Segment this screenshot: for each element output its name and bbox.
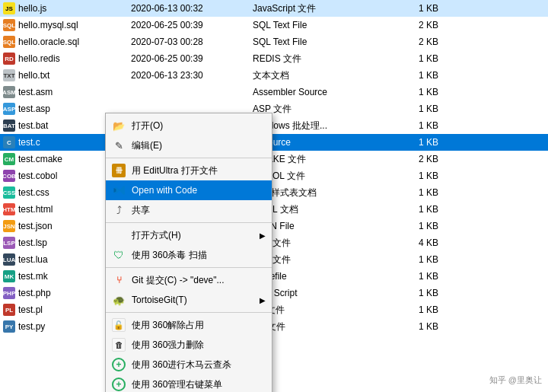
file-icon: HTM	[3, 203, 15, 215]
menu-separator	[106, 222, 272, 223]
watermark: 知乎 @里奥让	[489, 374, 542, 386]
file-row[interactable]: ASP test.asp ASP 文件 1 KB	[0, 100, 548, 117]
file-icon: SQL	[3, 19, 15, 31]
file-size: 1 KB	[399, 221, 444, 231]
file-size: 2 KB	[399, 20, 444, 30]
file-size: 1 KB	[399, 271, 444, 282]
menu-item-360delete[interactable]: 🗑 使用 360强力删除	[106, 335, 272, 355]
file-row[interactable]: SQL hello.mysql.sql 2020-06-25 00:39 SQL…	[0, 17, 548, 33]
file-size: 2 KB	[399, 154, 444, 164]
file-icon: COB	[3, 170, 15, 182]
file-name: test.py	[18, 321, 45, 332]
file-size: 1 KB	[399, 187, 444, 198]
file-icon: C	[3, 136, 15, 148]
menu-item-360manage[interactable]: + 使用 360管理右键菜单	[106, 374, 272, 392]
file-date: 2020-07-03 00:28	[125, 37, 247, 47]
menu-separator	[106, 267, 272, 268]
file-row[interactable]: MK test.mk Makefile 1 KB	[0, 268, 548, 285]
file-row[interactable]: JS hello.js 2020-06-13 00:32 JavaScript …	[0, 0, 548, 17]
edit-icon: ✎	[112, 139, 126, 152]
file-size: 1 KB	[399, 3, 444, 14]
file-row[interactable]: SQL hello.oracle.sql 2020-07-03 00:28 SQ…	[0, 33, 548, 50]
file-name: test.json	[18, 221, 53, 231]
menu-item-tortoisegit[interactable]: 🐢 TortoiseGit(T) ▶	[106, 290, 272, 310]
file-row[interactable]: LUA test.lua LUA 文件 1 KB	[0, 251, 548, 268]
file-row[interactable]: PHP test.php PHP Script 1 KB	[0, 285, 548, 301]
file-row[interactable]: ASM test.asm Assembler Source 1 KB	[0, 84, 548, 100]
file-size: 1 KB	[399, 70, 444, 81]
menu-item-open[interactable]: 📂 打开(O)	[106, 116, 272, 135]
file-icon: ASM	[3, 86, 15, 98]
tortoisegit-icon: 🐢	[112, 293, 126, 307]
menu-separator	[106, 312, 272, 313]
file-name: test.c	[18, 137, 40, 148]
file-row[interactable]: RD hello.redis 2020-06-25 00:39 REDIS 文件…	[0, 50, 548, 67]
menu-label: Open with Code	[132, 185, 266, 196]
menu-label: 编辑(E)	[132, 139, 266, 152]
file-row[interactable]: HTM test.html HTML 文档 1 KB	[0, 201, 548, 218]
openwith-icon	[112, 228, 126, 242]
file-size: 1 KB	[399, 304, 444, 315]
vscode-icon	[112, 183, 126, 197]
file-name: test.html	[18, 204, 53, 215]
menu-label: 打开方式(H)	[132, 229, 253, 242]
360scan-icon: 🛡	[112, 248, 126, 262]
menu-item-360unlock[interactable]: 🔓 使用 360解除占用	[106, 315, 272, 335]
submenu-arrow: ▶	[260, 296, 266, 304]
menu-item-gitcommit[interactable]: ⑂ Git 提交(C) -> "deve"...	[106, 270, 272, 290]
file-row[interactable]: CSS test.css 层叠样式表文档 1 KB	[0, 184, 548, 201]
file-size: 1 KB	[399, 120, 444, 131]
menu-label: 使用 360管理右键菜单	[132, 378, 266, 391]
file-size: 1 KB	[399, 104, 444, 114]
file-icon: LSP	[3, 237, 15, 249]
file-icon: CSS	[3, 186, 15, 199]
file-name: hello.txt	[18, 70, 49, 81]
file-icon: RD	[3, 53, 15, 65]
file-row[interactable]: LSP test.lsp LSP 文件 4 KB	[0, 234, 548, 251]
file-type: SQL Text File	[247, 37, 399, 47]
file-row[interactable]: PY test.py PY 文件 1 KB	[0, 318, 548, 335]
file-row[interactable]: PL test.pl PL 文件 1 KB	[0, 301, 548, 318]
file-row[interactable]: C test.c C Source 1 KB	[0, 134, 548, 151]
file-icon: LUA	[3, 253, 15, 266]
file-icon: PL	[3, 304, 15, 316]
menu-item-share[interactable]: ⤴ 共享	[106, 200, 272, 220]
file-name: test.bat	[18, 120, 48, 131]
file-size: 1 KB	[399, 137, 444, 148]
menu-item-edit[interactable]: ✎ 编辑(E)	[106, 135, 272, 155]
menu-label: 使用 360解除占用	[132, 319, 266, 332]
file-type: JavaScript 文件	[247, 2, 399, 15]
file-type: REDIS 文件	[247, 53, 399, 65]
file-icon: SQL	[3, 36, 15, 48]
file-icon: CM	[3, 153, 15, 165]
file-icon: PHP	[3, 287, 15, 299]
menu-item-openwithcode[interactable]: Open with Code	[106, 180, 272, 200]
file-date: 2020-06-25 00:39	[125, 20, 247, 30]
file-row[interactable]: JSN test.json JSON File 1 KB	[0, 218, 548, 234]
editultra-icon: 冊	[112, 164, 126, 177]
file-row[interactable]: TXT hello.txt 2020-06-13 23:30 文本文档 1 KB	[0, 67, 548, 84]
file-icon: ASP	[3, 103, 15, 115]
file-row[interactable]: BAT test.bat Windows 批处理... 1 KB	[0, 117, 548, 134]
menu-label: 使用 360杀毒 扫描	[132, 249, 266, 262]
file-row[interactable]: COB test.cobol COBOL 文件 1 KB	[0, 167, 548, 184]
file-size: 1 KB	[399, 254, 444, 265]
context-menu: 📂 打开(O) ✎ 编辑(E) 冊 用 EditUltra 打开文件 Open …	[105, 113, 272, 392]
file-row[interactable]: CM test.cmake CMAKE 文件 2 KB	[0, 151, 548, 167]
menu-label: 用 EditUltra 打开文件	[132, 164, 266, 177]
file-name: test.css	[18, 187, 49, 198]
menu-item-360scan[interactable]: 🛡 使用 360杀毒 扫描	[106, 245, 272, 265]
menu-item-editultra[interactable]: 冊 用 EditUltra 打开文件	[106, 161, 272, 180]
file-icon: JSN	[3, 220, 15, 232]
menu-item-360trojan[interactable]: + 使用 360进行木马云查杀	[106, 355, 272, 374]
menu-item-openwith[interactable]: 打开方式(H) ▶	[106, 225, 272, 245]
file-name: hello.mysql.sql	[18, 20, 78, 30]
file-name: hello.oracle.sql	[18, 37, 79, 47]
file-icon: BAT	[3, 120, 15, 132]
file-name: test.cobol	[18, 171, 57, 181]
file-size: 1 KB	[399, 204, 444, 215]
file-name: test.pl	[18, 304, 43, 315]
file-name: test.php	[18, 288, 51, 298]
file-name: test.asm	[18, 87, 53, 97]
file-name: test.lsp	[18, 237, 47, 248]
